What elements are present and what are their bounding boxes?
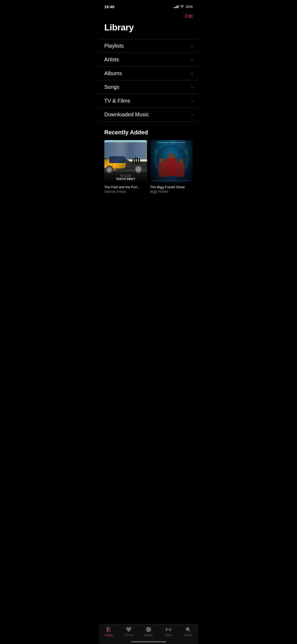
status-bar: 19:40 83% bbox=[99, 0, 198, 12]
library-item-label: Albums bbox=[104, 70, 122, 76]
status-time: 19:40 bbox=[104, 4, 114, 9]
battery-indicator: 83% bbox=[186, 5, 193, 9]
library-item-downloaded[interactable]: Downloaded Music › bbox=[99, 108, 198, 122]
chevron-right-icon: › bbox=[191, 71, 193, 76]
chevron-right-icon: › bbox=[191, 85, 193, 90]
recently-added-title: Recently Added bbox=[99, 122, 198, 140]
album-title-bigg-frankii: The Bigg Frankii Show bbox=[150, 185, 193, 189]
chevron-right-icon: › bbox=[191, 57, 193, 62]
library-item-label: Songs bbox=[104, 84, 119, 90]
library-item-tv-films[interactable]: TV & Films › bbox=[99, 94, 198, 108]
library-item-label: Artists bbox=[104, 57, 119, 63]
library-item-label: Downloaded Music bbox=[104, 112, 149, 118]
library-item-playlists[interactable]: Playlists › bbox=[99, 39, 198, 53]
status-icons: 83% bbox=[174, 5, 193, 9]
album-art-bigg-frankii: THE BIGG FRANKII SHOW BIGG JOE & SONS FA… bbox=[150, 140, 193, 183]
album-card-ff[interactable]: ORIGINAL MOTION PICTURE SOUNDTRACK The F… bbox=[104, 140, 147, 194]
page-title: Library bbox=[99, 20, 198, 39]
album-title-ff: The Fast and the Furi... bbox=[104, 185, 147, 189]
album-art-ff: ORIGINAL MOTION PICTURE SOUNDTRACK The F… bbox=[104, 140, 147, 183]
recently-added-grid: ORIGINAL MOTION PICTURE SOUNDTRACK The F… bbox=[99, 140, 198, 199]
library-item-songs[interactable]: Songs › bbox=[99, 80, 198, 94]
wifi-icon bbox=[180, 5, 184, 9]
signal-icon bbox=[174, 5, 178, 8]
library-item-albums[interactable]: Albums › bbox=[99, 67, 198, 80]
album-artist-bigg-frankii: Bigg Frankii bbox=[150, 190, 193, 194]
page-header: Edit bbox=[99, 12, 198, 20]
edit-button[interactable]: Edit bbox=[185, 13, 193, 20]
chevron-right-icon: › bbox=[191, 112, 193, 117]
library-item-artists[interactable]: Artists › bbox=[99, 53, 198, 67]
chevron-right-icon: › bbox=[191, 99, 193, 103]
library-item-label: Playlists bbox=[104, 43, 124, 49]
album-card-bigg-frankii[interactable]: THE BIGG FRANKII SHOW BIGG JOE & SONS FA… bbox=[150, 140, 193, 194]
album-artist-ff: Various Artists bbox=[104, 190, 147, 194]
library-item-label: TV & Films bbox=[104, 98, 130, 104]
chevron-right-icon: › bbox=[191, 44, 193, 48]
library-list: Playlists › Artists › Albums › Songs › T… bbox=[99, 39, 198, 122]
